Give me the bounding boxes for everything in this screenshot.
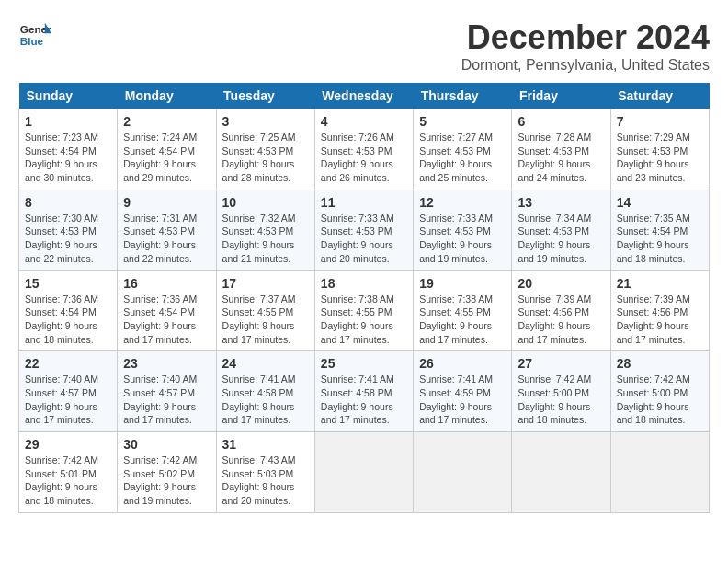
calendar-week-2: 8Sunrise: 7:30 AM Sunset: 4:53 PM Daylig… — [19, 190, 710, 270]
calendar-cell: 12Sunrise: 7:33 AM Sunset: 4:53 PM Dayli… — [414, 190, 512, 270]
day-info: Sunrise: 7:33 AM Sunset: 4:53 PM Dayligh… — [419, 212, 506, 266]
calendar-cell: 21Sunrise: 7:39 AM Sunset: 4:56 PM Dayli… — [610, 270, 709, 351]
day-number: 18 — [321, 276, 407, 291]
calendar-cell: 1Sunrise: 7:23 AM Sunset: 4:54 PM Daylig… — [19, 109, 118, 190]
calendar-cell: 11Sunrise: 7:33 AM Sunset: 4:53 PM Dayli… — [314, 190, 413, 270]
calendar-cell: 30Sunrise: 7:42 AM Sunset: 5:02 PM Dayli… — [118, 432, 216, 513]
weekday-header-tuesday: Tuesday — [216, 83, 314, 109]
day-number: 11 — [321, 195, 407, 210]
day-number: 4 — [321, 114, 407, 129]
calendar-cell: 16Sunrise: 7:36 AM Sunset: 4:54 PM Dayli… — [118, 270, 216, 351]
calendar-week-4: 22Sunrise: 7:40 AM Sunset: 4:57 PM Dayli… — [19, 351, 710, 432]
day-number: 30 — [123, 437, 210, 452]
day-info: Sunrise: 7:42 AM Sunset: 5:00 PM Dayligh… — [617, 373, 703, 427]
calendar-cell: 15Sunrise: 7:36 AM Sunset: 4:54 PM Dayli… — [19, 270, 118, 351]
day-number: 24 — [222, 356, 309, 371]
calendar-cell: 28Sunrise: 7:42 AM Sunset: 5:00 PM Dayli… — [610, 351, 709, 432]
day-info: Sunrise: 7:24 AM Sunset: 4:54 PM Dayligh… — [123, 131, 210, 185]
calendar-week-3: 15Sunrise: 7:36 AM Sunset: 4:54 PM Dayli… — [19, 270, 710, 351]
day-info: Sunrise: 7:36 AM Sunset: 4:54 PM Dayligh… — [25, 293, 111, 347]
day-info: Sunrise: 7:41 AM Sunset: 4:58 PM Dayligh… — [222, 373, 309, 427]
calendar-cell — [414, 432, 512, 513]
day-number: 6 — [518, 114, 604, 129]
calendar-cell: 22Sunrise: 7:40 AM Sunset: 4:57 PM Dayli… — [19, 351, 118, 432]
calendar-cell: 6Sunrise: 7:28 AM Sunset: 4:53 PM Daylig… — [512, 109, 610, 190]
calendar-cell: 4Sunrise: 7:26 AM Sunset: 4:53 PM Daylig… — [314, 109, 413, 190]
day-info: Sunrise: 7:42 AM Sunset: 5:02 PM Dayligh… — [123, 454, 210, 508]
weekday-header-wednesday: Wednesday — [314, 83, 413, 109]
calendar-cell: 17Sunrise: 7:37 AM Sunset: 4:55 PM Dayli… — [216, 270, 314, 351]
day-info: Sunrise: 7:30 AM Sunset: 4:53 PM Dayligh… — [25, 212, 111, 266]
calendar-cell — [314, 432, 413, 513]
day-number: 21 — [617, 276, 703, 291]
calendar-cell: 24Sunrise: 7:41 AM Sunset: 4:58 PM Dayli… — [216, 351, 314, 432]
weekday-header-monday: Monday — [118, 83, 216, 109]
day-info: Sunrise: 7:42 AM Sunset: 5:01 PM Dayligh… — [25, 454, 111, 508]
header: General Blue December 2024 Dormont, Penn… — [18, 18, 710, 74]
calendar-cell: 19Sunrise: 7:38 AM Sunset: 4:55 PM Dayli… — [414, 270, 512, 351]
day-number: 2 — [123, 114, 210, 129]
calendar-table: SundayMondayTuesdayWednesdayThursdayFrid… — [18, 83, 710, 513]
calendar-cell: 10Sunrise: 7:32 AM Sunset: 4:53 PM Dayli… — [216, 190, 314, 270]
calendar-cell — [512, 432, 610, 513]
calendar-body: 1Sunrise: 7:23 AM Sunset: 4:54 PM Daylig… — [19, 109, 710, 513]
day-info: Sunrise: 7:32 AM Sunset: 4:53 PM Dayligh… — [222, 212, 309, 266]
day-info: Sunrise: 7:39 AM Sunset: 4:56 PM Dayligh… — [518, 293, 604, 347]
day-info: Sunrise: 7:38 AM Sunset: 4:55 PM Dayligh… — [321, 293, 407, 347]
logo-icon: General Blue — [18, 18, 51, 52]
calendar-week-5: 29Sunrise: 7:42 AM Sunset: 5:01 PM Dayli… — [19, 432, 710, 513]
day-info: Sunrise: 7:39 AM Sunset: 4:56 PM Dayligh… — [617, 293, 703, 347]
day-info: Sunrise: 7:41 AM Sunset: 4:58 PM Dayligh… — [321, 373, 407, 427]
day-number: 27 — [518, 356, 604, 371]
day-info: Sunrise: 7:34 AM Sunset: 4:53 PM Dayligh… — [518, 212, 604, 266]
calendar-cell — [610, 432, 709, 513]
day-info: Sunrise: 7:26 AM Sunset: 4:53 PM Dayligh… — [321, 131, 407, 185]
calendar-cell: 5Sunrise: 7:27 AM Sunset: 4:53 PM Daylig… — [414, 109, 512, 190]
day-number: 20 — [518, 276, 604, 291]
weekday-header-thursday: Thursday — [414, 83, 512, 109]
day-info: Sunrise: 7:38 AM Sunset: 4:55 PM Dayligh… — [419, 293, 506, 347]
calendar-cell: 25Sunrise: 7:41 AM Sunset: 4:58 PM Dayli… — [314, 351, 413, 432]
day-number: 26 — [419, 356, 506, 371]
day-info: Sunrise: 7:29 AM Sunset: 4:53 PM Dayligh… — [617, 131, 703, 185]
calendar-cell: 29Sunrise: 7:42 AM Sunset: 5:01 PM Dayli… — [19, 432, 118, 513]
calendar-cell: 9Sunrise: 7:31 AM Sunset: 4:53 PM Daylig… — [118, 190, 216, 270]
day-number: 9 — [123, 195, 210, 210]
day-number: 13 — [518, 195, 604, 210]
day-number: 14 — [617, 195, 703, 210]
calendar-cell: 2Sunrise: 7:24 AM Sunset: 4:54 PM Daylig… — [118, 109, 216, 190]
calendar-cell: 27Sunrise: 7:42 AM Sunset: 5:00 PM Dayli… — [512, 351, 610, 432]
day-info: Sunrise: 7:43 AM Sunset: 5:03 PM Dayligh… — [222, 454, 309, 508]
day-info: Sunrise: 7:23 AM Sunset: 4:54 PM Dayligh… — [25, 131, 111, 185]
day-number: 1 — [25, 114, 111, 129]
weekday-header-friday: Friday — [512, 83, 610, 109]
calendar-cell: 14Sunrise: 7:35 AM Sunset: 4:54 PM Dayli… — [610, 190, 709, 270]
calendar-cell: 8Sunrise: 7:30 AM Sunset: 4:53 PM Daylig… — [19, 190, 118, 270]
day-info: Sunrise: 7:33 AM Sunset: 4:53 PM Dayligh… — [321, 212, 407, 266]
day-number: 16 — [123, 276, 210, 291]
day-info: Sunrise: 7:40 AM Sunset: 4:57 PM Dayligh… — [25, 373, 111, 427]
day-number: 15 — [25, 276, 111, 291]
calendar-cell: 7Sunrise: 7:29 AM Sunset: 4:53 PM Daylig… — [610, 109, 709, 190]
location-title: Dormont, Pennsylvania, United States — [461, 57, 710, 74]
calendar-cell: 3Sunrise: 7:25 AM Sunset: 4:53 PM Daylig… — [216, 109, 314, 190]
day-number: 5 — [419, 114, 506, 129]
day-info: Sunrise: 7:35 AM Sunset: 4:54 PM Dayligh… — [617, 212, 703, 266]
day-info: Sunrise: 7:41 AM Sunset: 4:59 PM Dayligh… — [419, 373, 506, 427]
calendar-cell: 23Sunrise: 7:40 AM Sunset: 4:57 PM Dayli… — [118, 351, 216, 432]
calendar-cell: 13Sunrise: 7:34 AM Sunset: 4:53 PM Dayli… — [512, 190, 610, 270]
calendar-cell: 26Sunrise: 7:41 AM Sunset: 4:59 PM Dayli… — [414, 351, 512, 432]
svg-text:Blue: Blue — [20, 35, 44, 47]
day-number: 12 — [419, 195, 506, 210]
day-number: 22 — [25, 356, 111, 371]
day-info: Sunrise: 7:40 AM Sunset: 4:57 PM Dayligh… — [123, 373, 210, 427]
calendar-cell: 18Sunrise: 7:38 AM Sunset: 4:55 PM Dayli… — [314, 270, 413, 351]
calendar-cell: 31Sunrise: 7:43 AM Sunset: 5:03 PM Dayli… — [216, 432, 314, 513]
day-number: 23 — [123, 356, 210, 371]
day-info: Sunrise: 7:31 AM Sunset: 4:53 PM Dayligh… — [123, 212, 210, 266]
day-number: 25 — [321, 356, 407, 371]
weekday-header-sunday: Sunday — [19, 83, 118, 109]
day-info: Sunrise: 7:28 AM Sunset: 4:53 PM Dayligh… — [518, 131, 604, 185]
logo: General Blue — [18, 18, 51, 52]
day-info: Sunrise: 7:42 AM Sunset: 5:00 PM Dayligh… — [518, 373, 604, 427]
